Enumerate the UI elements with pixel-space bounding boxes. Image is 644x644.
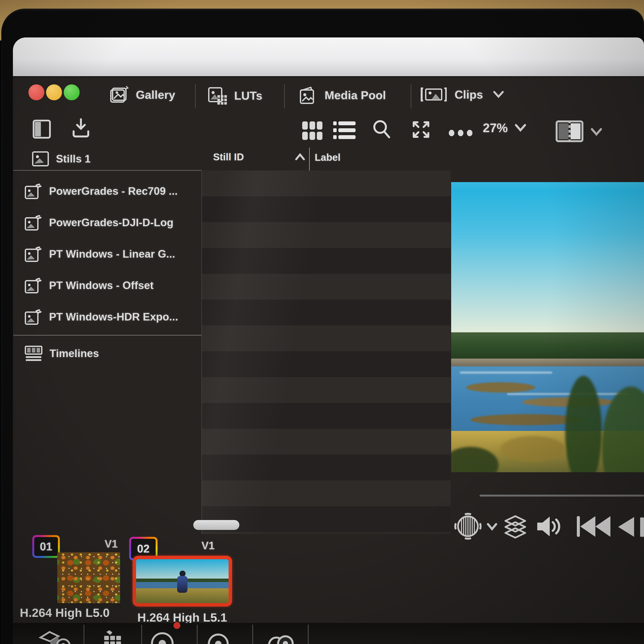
palette-active-indicator-dot	[173, 622, 180, 629]
tab-clips[interactable]: Clips	[420, 85, 505, 104]
clips-chevron-down-icon	[492, 90, 505, 99]
album-icon	[25, 214, 42, 231]
hdr-wheels-icon[interactable]	[206, 632, 230, 644]
window-minimize-button[interactable]	[46, 84, 62, 100]
clip-track-label: V1	[201, 539, 215, 552]
skip-to-start-icon[interactable]	[576, 516, 611, 537]
album-label: PT Windows-HDR Expo...	[49, 311, 178, 323]
viewer-sky	[451, 182, 644, 334]
clip-number: 02	[137, 542, 150, 555]
clips-icon	[420, 85, 448, 104]
sidebar-item-album-4[interactable]: PT Windows-HDR Expo...	[13, 303, 201, 331]
window-close-button[interactable]	[28, 84, 44, 100]
clip-codec-label: H.264 High L5.0	[20, 606, 110, 620]
album-icon	[25, 308, 42, 325]
toolbar-divider	[195, 84, 196, 108]
viewer-image-lake-landscape[interactable]	[451, 182, 644, 472]
macos-menu-bar	[13, 37, 644, 77]
viewer-scrub-bar[interactable]	[480, 495, 644, 497]
more-options-icon[interactable]	[448, 129, 474, 137]
palette-divider	[197, 625, 198, 644]
person-silhouette-body	[177, 576, 187, 593]
color-wheels-icon[interactable]	[149, 631, 175, 644]
stills-album-icon	[31, 150, 50, 167]
stills-list-empty-rows	[202, 170, 451, 534]
album-icon	[25, 245, 42, 263]
viewer-shoreline	[451, 359, 644, 367]
tab-gallery-label: Gallery	[136, 88, 175, 101]
sidebar-item-album-3[interactable]: PT Windows - Offset	[13, 271, 201, 300]
clip-number: 01	[40, 540, 52, 553]
timelines-icon	[25, 345, 43, 362]
speaker-icon[interactable]	[536, 515, 562, 538]
viewer-zoom-value: 27%	[483, 121, 508, 135]
palette-divider	[84, 625, 84, 644]
color-match-palette-icon[interactable]	[101, 630, 126, 644]
album-label: PT Windows - Linear G...	[49, 248, 175, 260]
sort-ascending-icon[interactable]	[294, 153, 306, 161]
toolbar-divider	[284, 84, 285, 108]
tab-luts[interactable]: LUTs	[207, 85, 262, 106]
album-label: PowerGrades-DJI-D-Log	[49, 216, 173, 229]
timelines-label: Timelines	[50, 347, 99, 360]
play-button-partial[interactable]	[640, 517, 644, 537]
sidebar-item-album-1[interactable]: PowerGrades-DJI-D-Log	[13, 208, 201, 237]
grid-view-icon[interactable]	[302, 121, 323, 141]
album-icon	[25, 277, 42, 294]
album-header-stills[interactable]: Stills 1	[31, 150, 91, 167]
tab-media-pool-label: Media Pool	[325, 88, 386, 102]
zoom-chevron-down-icon	[514, 123, 527, 132]
toggle-sidebar-panel-button[interactable]	[32, 119, 52, 139]
tab-luts-label: LUTs	[234, 89, 262, 102]
rgb-mixer-icon[interactable]	[267, 632, 295, 644]
media-pool-icon	[297, 85, 318, 105]
album-label: PowerGrades - Rec709 ...	[49, 185, 178, 197]
palette-divider	[252, 625, 253, 644]
grab-still-import-button[interactable]	[71, 118, 91, 139]
sidebar-item-album-2[interactable]: PT Windows - Linear G...	[13, 240, 201, 268]
wipe-chevron-down-icon[interactable]	[590, 127, 603, 136]
person-silhouette-head	[180, 571, 186, 577]
image-wipe-icon[interactable]	[555, 120, 584, 142]
gallery-icon	[109, 84, 129, 105]
clip-thumbnail-selected-lake-person[interactable]	[133, 556, 232, 607]
sidebar-item-album-0[interactable]: PowerGrades - Rec709 ...	[13, 177, 201, 205]
palette-divider	[141, 625, 142, 644]
photographed-laptop-screen: Gallery LUTs	[0, 0, 644, 644]
viewer-treeline	[451, 332, 644, 359]
trackball-chevron-down-icon[interactable]	[486, 523, 498, 531]
camera-raw-icon[interactable]	[36, 629, 73, 644]
tab-clips-label: Clips	[455, 88, 483, 101]
toolbar-divider	[411, 84, 411, 108]
column-header-still-id[interactable]: Still ID	[213, 151, 244, 163]
album-icon	[25, 183, 42, 200]
clip-number-badge: 01	[32, 535, 60, 558]
sidebar-divider	[13, 170, 201, 171]
fullscreen-expand-icon[interactable]	[411, 120, 431, 139]
window-zoom-button[interactable]	[64, 84, 80, 100]
layers-icon[interactable]	[503, 514, 528, 539]
sidebar-divider	[13, 335, 201, 336]
album-label: PT Windows - Offset	[49, 279, 154, 292]
horizontal-scrollbar-thumb[interactable]	[193, 520, 239, 530]
column-divider	[309, 148, 310, 171]
column-header-label[interactable]: Label	[315, 152, 341, 163]
tab-media-pool[interactable]: Media Pool	[297, 85, 386, 105]
clip-thumbnail-autumn-foliage[interactable]	[57, 552, 120, 603]
trackball-sphere-icon[interactable]	[454, 513, 482, 540]
search-icon[interactable]	[372, 119, 391, 140]
clip-track-label: V1	[105, 538, 118, 550]
clip-codec-label: H.264 High L5.1	[137, 610, 227, 624]
luts-icon	[207, 85, 228, 106]
list-view-icon[interactable]	[333, 120, 356, 141]
step-back-icon[interactable]	[616, 517, 635, 537]
palette-divider	[308, 625, 309, 644]
album-header-label: Stills 1	[56, 153, 91, 165]
sidebar-item-timelines[interactable]: Timelines	[13, 339, 201, 368]
viewer-zoom-control[interactable]: 27%	[483, 121, 527, 135]
tab-gallery[interactable]: Gallery	[109, 84, 175, 105]
